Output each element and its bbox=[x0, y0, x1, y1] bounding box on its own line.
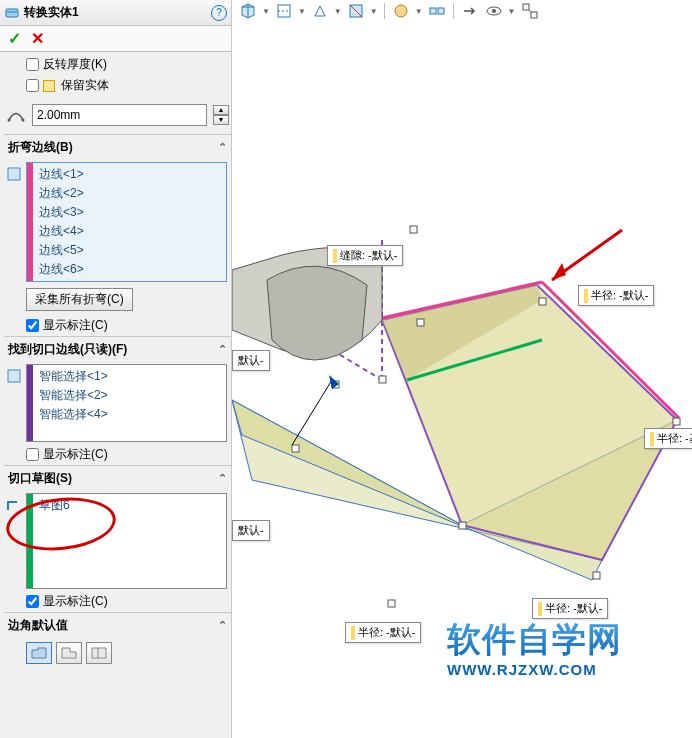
property-panel: 转换实体1 ? ✓ ✕ 反转厚度(K) 保留实体 ▲ ▼ 折弯边线(B) ⌃ bbox=[0, 0, 232, 738]
list-item[interactable]: 边线<1> bbox=[35, 165, 224, 184]
chevron-up-icon: ⌃ bbox=[218, 343, 227, 356]
graphics-viewport[interactable]: ▼ ▼ ▼ ▼ ▼ ▼ bbox=[232, 0, 692, 738]
thickness-icon bbox=[6, 105, 26, 125]
list-item[interactable]: 智能选择<2> bbox=[35, 386, 224, 405]
spin-up[interactable]: ▲ bbox=[213, 105, 229, 115]
corner-defaults-title: 边角默认值 bbox=[8, 617, 68, 634]
chevron-up-icon: ⌃ bbox=[218, 619, 227, 632]
list-item[interactable]: 智能选择<4> bbox=[35, 405, 224, 424]
rip-edges-header[interactable]: 找到切口边线(只读)(F) ⌃ bbox=[4, 336, 231, 362]
callout-radius-br[interactable]: 半径: -默认- bbox=[532, 598, 608, 619]
svg-rect-27 bbox=[459, 522, 466, 529]
corner-defaults-header[interactable]: 边角默认值 ⌃ bbox=[4, 612, 231, 638]
rip-show-callout-label: 显示标注(C) bbox=[43, 446, 108, 463]
feature-icon bbox=[4, 5, 20, 21]
bend-show-callout-label: 显示标注(C) bbox=[43, 317, 108, 334]
svg-rect-0 bbox=[6, 9, 18, 17]
corner-row bbox=[4, 638, 231, 668]
feature-header: 转换实体1 ? bbox=[0, 0, 231, 26]
reverse-thickness-checkbox[interactable] bbox=[26, 58, 39, 71]
bend-edges-header[interactable]: 折弯边线(B) ⌃ bbox=[4, 134, 231, 160]
list-item[interactable]: 智能选择<1> bbox=[35, 367, 224, 386]
svg-rect-23 bbox=[410, 226, 417, 233]
list-item[interactable]: 边线<6> bbox=[35, 260, 224, 279]
sketch-show-callout-label: 显示标注(C) bbox=[43, 593, 108, 610]
svg-rect-31 bbox=[292, 445, 299, 452]
rip-edges-list-icon bbox=[5, 367, 23, 385]
keep-solid-checkbox[interactable] bbox=[26, 79, 39, 92]
list-item[interactable]: 边线<5> bbox=[35, 241, 224, 260]
svg-point-2 bbox=[22, 119, 25, 122]
svg-rect-28 bbox=[593, 572, 600, 579]
bend-show-callout-row: 显示标注(C) bbox=[4, 315, 231, 336]
corner-type-2[interactable] bbox=[56, 642, 82, 664]
spin-down[interactable]: ▼ bbox=[213, 115, 229, 125]
keep-solid-color-icon bbox=[43, 80, 55, 92]
reverse-thickness-label: 反转厚度(K) bbox=[43, 56, 107, 73]
bend-edges-list-icon bbox=[5, 165, 23, 183]
confirm-row: ✓ ✕ bbox=[0, 26, 231, 52]
rip-sketch-header[interactable]: 切口草图(S) ⌃ bbox=[4, 465, 231, 491]
keep-solid-row: 保留实体 bbox=[4, 75, 231, 96]
corner-type-3[interactable] bbox=[86, 642, 112, 664]
thickness-spinner: ▲ ▼ bbox=[213, 105, 229, 125]
rip-sketch-title: 切口草图(S) bbox=[8, 470, 72, 487]
bend-items: 边线<1> 边线<2> 边线<3> 边线<4> 边线<5> 边线<6> bbox=[33, 163, 226, 281]
sketch-show-callout-checkbox[interactable] bbox=[26, 595, 39, 608]
model-canvas[interactable] bbox=[232, 0, 692, 738]
rip-items: 智能选择<1> 智能选择<2> 智能选择<4> bbox=[33, 365, 226, 441]
callout-radius-bl[interactable]: 半径: -默认- bbox=[345, 622, 421, 643]
svg-rect-4 bbox=[8, 370, 20, 382]
callout-default-2[interactable]: 默认- bbox=[232, 520, 270, 541]
collect-bends-button[interactable]: 采集所有折弯(C) bbox=[26, 288, 133, 311]
cancel-button[interactable]: ✕ bbox=[31, 29, 44, 48]
reverse-thickness-row: 反转厚度(K) bbox=[4, 54, 231, 75]
svg-rect-26 bbox=[379, 376, 386, 383]
chevron-up-icon: ⌃ bbox=[218, 472, 227, 485]
svg-rect-3 bbox=[8, 168, 20, 180]
svg-rect-24 bbox=[417, 319, 424, 326]
rip-edges-list[interactable]: 智能选择<1> 智能选择<2> 智能选择<4> bbox=[26, 364, 227, 442]
bend-show-callout-checkbox[interactable] bbox=[26, 319, 39, 332]
callout-radius-right[interactable]: 半径: -基 bbox=[644, 428, 692, 449]
bend-edges-title: 折弯边线(B) bbox=[8, 139, 73, 156]
list-item[interactable]: 边线<4> bbox=[35, 222, 224, 241]
keep-solid-label: 保留实体 bbox=[61, 77, 109, 94]
thickness-input[interactable] bbox=[32, 104, 207, 126]
sketch-show-callout-row: 显示标注(C) bbox=[4, 591, 231, 612]
thickness-row: ▲ ▼ bbox=[4, 100, 231, 130]
svg-rect-29 bbox=[673, 418, 680, 425]
corner-type-1[interactable] bbox=[26, 642, 52, 664]
ok-button[interactable]: ✓ bbox=[8, 29, 21, 48]
chevron-up-icon: ⌃ bbox=[218, 141, 227, 154]
svg-line-33 bbox=[292, 380, 332, 445]
callout-gap[interactable]: 缝隙: -默认- bbox=[327, 245, 403, 266]
feature-title: 转换实体1 bbox=[24, 4, 211, 21]
callout-radius-top[interactable]: 半径: -默认- bbox=[578, 285, 654, 306]
rip-show-callout-row: 显示标注(C) bbox=[4, 444, 231, 465]
svg-rect-25 bbox=[539, 298, 546, 305]
list-item[interactable]: 边线<3> bbox=[35, 203, 224, 222]
rip-sketch-list[interactable]: 草图6 bbox=[26, 493, 227, 589]
bend-edges-list[interactable]: 边线<1> 边线<2> 边线<3> 边线<4> 边线<5> 边线<6> bbox=[26, 162, 227, 282]
rip-sketch-list-icon bbox=[5, 496, 23, 514]
svg-rect-30 bbox=[388, 600, 395, 607]
help-icon[interactable]: ? bbox=[211, 5, 227, 21]
rip-edges-title: 找到切口边线(只读)(F) bbox=[8, 341, 127, 358]
svg-point-1 bbox=[8, 119, 11, 122]
list-item[interactable]: 草图6 bbox=[35, 496, 224, 515]
callout-default-1[interactable]: 默认- bbox=[232, 350, 270, 371]
sketch-items: 草图6 bbox=[33, 494, 226, 588]
rip-show-callout-checkbox[interactable] bbox=[26, 448, 39, 461]
list-item[interactable]: 边线<2> bbox=[35, 184, 224, 203]
panel-scroll[interactable]: 反转厚度(K) 保留实体 ▲ ▼ 折弯边线(B) ⌃ 边线<1> 边线<2> bbox=[0, 52, 231, 738]
